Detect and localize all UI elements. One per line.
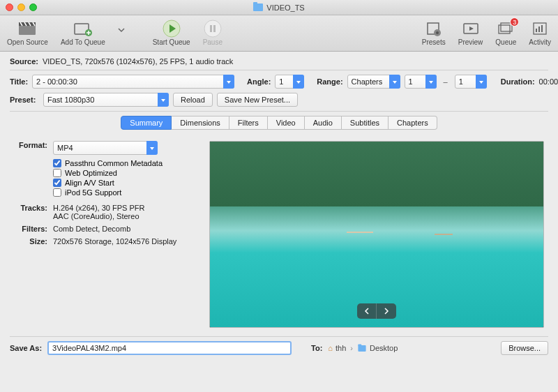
align-av-checkbox[interactable]: Align A/V Start: [53, 179, 195, 187]
preset-label: Preset:: [10, 96, 39, 104]
passthru-checkbox[interactable]: Passthru Common Metadata: [53, 159, 195, 167]
format-label: Format:: [14, 141, 47, 155]
presets-icon: [424, 20, 444, 37]
title-label: Title:: [10, 77, 28, 86]
preview-area: [209, 141, 544, 328]
svg-rect-21: [541, 25, 543, 32]
toolbar: Open Source Add To Queue Start Queue Pau…: [0, 15, 558, 52]
close-icon[interactable]: [6, 3, 13, 11]
pause-label: Pause: [203, 38, 223, 46]
open-source-button[interactable]: Open Source: [7, 20, 48, 46]
window-controls: [6, 3, 37, 11]
add-queue-icon: [73, 20, 93, 37]
pause-button[interactable]: Pause: [203, 20, 223, 46]
tab-audio[interactable]: Audio: [305, 116, 342, 130]
play-icon: [162, 20, 181, 37]
preview-nav: [357, 303, 396, 319]
web-optimized-checkbox[interactable]: Web Optimized: [53, 169, 195, 177]
folder-icon: [358, 345, 365, 352]
svg-rect-11: [213, 25, 216, 32]
range-to-select[interactable]: 1: [455, 75, 487, 89]
folder-icon: [253, 3, 263, 11]
presets-button[interactable]: Presets: [422, 20, 446, 46]
svg-rect-0: [19, 25, 36, 35]
tab-filters[interactable]: Filters: [229, 116, 268, 130]
svg-rect-20: [538, 27, 540, 32]
chevron-right-icon: ›: [350, 344, 353, 352]
svg-point-14: [436, 31, 439, 34]
summary-pane: Format: MP4 Passthru Common Metadata Web…: [10, 137, 548, 328]
saveas-input[interactable]: [47, 341, 292, 355]
tab-video[interactable]: Video: [268, 116, 305, 130]
filters-label: Filters:: [14, 225, 47, 233]
range-type-select[interactable]: Chapters: [347, 75, 400, 89]
preview-prev-button[interactable]: [357, 303, 377, 319]
preset-select[interactable]: Fast 1080p30: [43, 93, 169, 107]
source-label: Source:: [10, 57, 38, 66]
tab-subtitles[interactable]: Subtitles: [342, 116, 389, 130]
open-source-label: Open Source: [7, 38, 48, 46]
svg-rect-10: [210, 25, 212, 32]
queue-icon: 3: [496, 20, 515, 37]
size-label: Size:: [14, 237, 47, 246]
format-select[interactable]: MP4: [53, 141, 158, 155]
start-queue-button[interactable]: Start Queue: [153, 20, 190, 46]
to-label: To:: [311, 344, 322, 352]
angle-select[interactable]: 1: [275, 75, 304, 89]
tab-dimensions[interactable]: Dimensions: [172, 116, 229, 130]
tracks-label: Tracks:: [14, 204, 47, 220]
duration-label: Duration:: [501, 77, 535, 86]
queue-button[interactable]: 3 Queue: [495, 20, 516, 46]
saveas-row: Save As: To: ⌂ thh › Desktop Browse...: [0, 337, 558, 362]
preview-button[interactable]: Preview: [458, 20, 483, 46]
browse-button[interactable]: Browse...: [501, 341, 548, 355]
minimize-icon[interactable]: [17, 3, 25, 11]
titlebar: VIDEO_TS: [0, 0, 558, 15]
start-queue-label: Start Queue: [153, 38, 190, 46]
source-value: VIDEO_TS, 720x576 (1024x576), 25 FPS, 1 …: [43, 57, 233, 66]
dest-user: thh: [335, 344, 346, 352]
content-area: Source: VIDEO_TS, 720x576 (1024x576), 25…: [0, 52, 558, 332]
tracks-line2: AAC (CoreAudio), Stereo: [53, 212, 195, 220]
reload-button[interactable]: Reload: [173, 93, 213, 107]
destination-path: ⌂ thh › Desktop: [328, 344, 398, 352]
svg-point-9: [204, 20, 221, 37]
preview-next-button[interactable]: [377, 303, 396, 319]
tab-chapters[interactable]: Chapters: [389, 116, 437, 130]
preview-icon: [461, 20, 481, 37]
size-value: 720x576 Storage, 1024x576 Display: [53, 237, 195, 246]
window-title: VIDEO_TS: [266, 3, 304, 12]
preview-label: Preview: [458, 38, 483, 46]
saveas-label: Save As:: [10, 344, 42, 352]
tabs: Summary Dimensions Filters Video Audio S…: [121, 116, 437, 130]
pause-icon: [203, 20, 223, 37]
ipod-checkbox[interactable]: iPod 5G Support: [53, 188, 195, 197]
home-icon: ⌂: [328, 344, 333, 352]
add-to-queue-label: Add To Queue: [61, 38, 105, 46]
tracks-line1: H.264 (x264), 30 FPS PFR: [53, 204, 195, 212]
activity-icon: [530, 20, 550, 37]
clapperboard-icon: [17, 20, 37, 37]
presets-label: Presets: [422, 38, 446, 46]
range-label: Range:: [317, 77, 342, 86]
maximize-icon[interactable]: [29, 3, 37, 11]
angle-label: Angle:: [247, 77, 271, 86]
dest-folder: Desktop: [370, 344, 398, 352]
range-dash: –: [444, 77, 448, 86]
queue-badge: 3: [510, 17, 519, 27]
tab-summary[interactable]: Summary: [121, 116, 172, 130]
save-new-preset-button[interactable]: Save New Preset...: [217, 93, 298, 107]
filters-value: Comb Detect, Decomb: [53, 225, 195, 233]
title-select[interactable]: 2 - 00:00:30: [32, 75, 234, 89]
queue-label: Queue: [495, 38, 516, 46]
activity-label: Activity: [529, 38, 551, 46]
add-to-queue-button[interactable]: Add To Queue: [61, 20, 105, 46]
range-from-select[interactable]: 1: [405, 75, 437, 89]
activity-button[interactable]: Activity: [529, 20, 551, 46]
duration-value: 00:00:30: [539, 77, 558, 86]
svg-rect-19: [536, 29, 537, 32]
chevron-down-icon[interactable]: [118, 27, 125, 33]
